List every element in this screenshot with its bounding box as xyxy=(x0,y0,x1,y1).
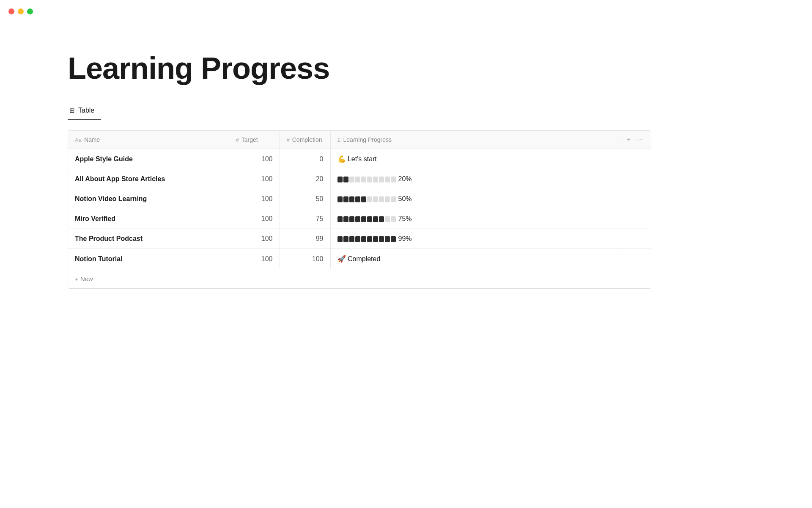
more-options-icon[interactable]: ··· xyxy=(637,136,643,144)
main-content: Learning Progress ⊞ Table Aa Name xyxy=(0,0,812,314)
progress-percent: 99% xyxy=(398,235,412,242)
block-empty xyxy=(373,177,378,182)
block-filled xyxy=(355,216,360,222)
cell-completion: 100 xyxy=(280,249,330,269)
block-filled xyxy=(343,196,348,202)
progress-col-icon: Σ xyxy=(337,137,341,143)
new-row-button[interactable]: + New xyxy=(68,269,651,288)
block-filled xyxy=(361,236,366,242)
close-button[interactable] xyxy=(8,8,14,14)
block-empty xyxy=(379,196,384,202)
table-header-row: Aa Name # Target # Completion xyxy=(68,131,651,149)
cell-completion: 99 xyxy=(280,229,330,249)
block-filled xyxy=(367,216,372,222)
cell-progress: 20% xyxy=(330,169,618,189)
block-filled xyxy=(379,236,384,242)
progress-bar xyxy=(337,177,396,182)
cell-progress: 75% xyxy=(330,209,618,229)
cell-completion: 20 xyxy=(280,169,330,189)
cell-completion: 0 xyxy=(280,149,330,169)
table-row[interactable]: Miro Verified1007575% xyxy=(68,209,651,229)
table-row[interactable]: Notion Video Learning1005050% xyxy=(68,189,651,209)
cell-name: Miro Verified xyxy=(68,209,229,229)
cell-actions xyxy=(618,229,651,249)
block-filled xyxy=(373,216,378,222)
block-empty xyxy=(391,196,396,202)
cell-completion: 75 xyxy=(280,209,330,229)
add-column-icon[interactable]: + xyxy=(627,136,631,144)
cell-progress: 🚀 Completed xyxy=(330,249,618,269)
block-filled xyxy=(337,177,343,182)
col-header-completion: # Completion xyxy=(280,131,330,149)
tab-table[interactable]: ⊞ Table xyxy=(68,102,101,120)
tab-table-label: Table xyxy=(78,107,94,114)
block-empty xyxy=(379,177,384,182)
traffic-lights xyxy=(8,8,33,14)
cell-name: The Product Podcast xyxy=(68,229,229,249)
cell-target: 100 xyxy=(229,189,280,209)
block-filled xyxy=(391,236,396,242)
progress-percent: 20% xyxy=(398,175,412,182)
block-filled xyxy=(337,236,343,242)
tab-bar: ⊞ Table xyxy=(68,102,101,120)
block-filled xyxy=(379,216,384,222)
col-header-progress: Σ Learning Progress xyxy=(330,131,618,149)
block-filled xyxy=(355,196,360,202)
block-filled xyxy=(361,196,366,202)
col-target-label: Target xyxy=(241,136,258,143)
col-name-label: Name xyxy=(84,136,100,143)
table-row[interactable]: All About App Store Articles1002020% xyxy=(68,169,651,189)
block-empty xyxy=(391,177,396,182)
block-filled xyxy=(385,236,390,242)
col-header-target: # Target xyxy=(229,131,280,149)
page-title: Learning Progress xyxy=(68,51,744,86)
progress-percent: 50% xyxy=(398,195,412,202)
block-empty xyxy=(355,177,360,182)
table-row[interactable]: Apple Style Guide1000💪 Let's start xyxy=(68,149,651,169)
table-row[interactable]: The Product Podcast1009999% xyxy=(68,229,651,249)
block-empty xyxy=(391,216,396,222)
block-filled xyxy=(337,196,343,202)
block-filled xyxy=(343,177,348,182)
target-col-icon: # xyxy=(236,137,239,143)
data-table: Aa Name # Target # Completion xyxy=(68,131,651,269)
cell-progress: 💪 Let's start xyxy=(330,149,618,169)
progress-bar xyxy=(337,196,396,202)
block-filled xyxy=(349,236,354,242)
block-filled xyxy=(349,216,354,222)
block-filled xyxy=(355,236,360,242)
table-container: Aa Name # Target # Completion xyxy=(68,130,651,289)
col-header-actions: + ··· xyxy=(618,131,651,149)
cell-actions xyxy=(618,149,651,169)
cell-name: Apple Style Guide xyxy=(68,149,229,169)
col-completion-label: Completion xyxy=(292,136,322,143)
cell-target: 100 xyxy=(229,249,280,269)
cell-target: 100 xyxy=(229,169,280,189)
progress-percent: 75% xyxy=(398,215,412,222)
cell-actions xyxy=(618,169,651,189)
new-row-label: + New xyxy=(75,275,93,282)
table-row[interactable]: Notion Tutorial100100🚀 Completed xyxy=(68,249,651,269)
maximize-button[interactable] xyxy=(27,8,33,14)
block-empty xyxy=(385,177,390,182)
block-filled xyxy=(343,236,348,242)
block-filled xyxy=(337,216,343,222)
block-empty xyxy=(373,196,378,202)
cell-progress: 50% xyxy=(330,189,618,209)
cell-target: 100 xyxy=(229,209,280,229)
cell-name: All About App Store Articles xyxy=(68,169,229,189)
col-header-name: Aa Name xyxy=(68,131,229,149)
col-progress-label: Learning Progress xyxy=(343,136,392,143)
cell-actions xyxy=(618,209,651,229)
cell-actions xyxy=(618,189,651,209)
completion-col-icon: # xyxy=(287,137,290,143)
block-filled xyxy=(373,236,378,242)
block-filled xyxy=(343,216,348,222)
cell-name: Notion Video Learning xyxy=(68,189,229,209)
cell-completion: 50 xyxy=(280,189,330,209)
cell-target: 100 xyxy=(229,149,280,169)
block-empty xyxy=(385,216,390,222)
block-empty xyxy=(367,196,372,202)
cell-name: Notion Tutorial xyxy=(68,249,229,269)
minimize-button[interactable] xyxy=(18,8,24,14)
